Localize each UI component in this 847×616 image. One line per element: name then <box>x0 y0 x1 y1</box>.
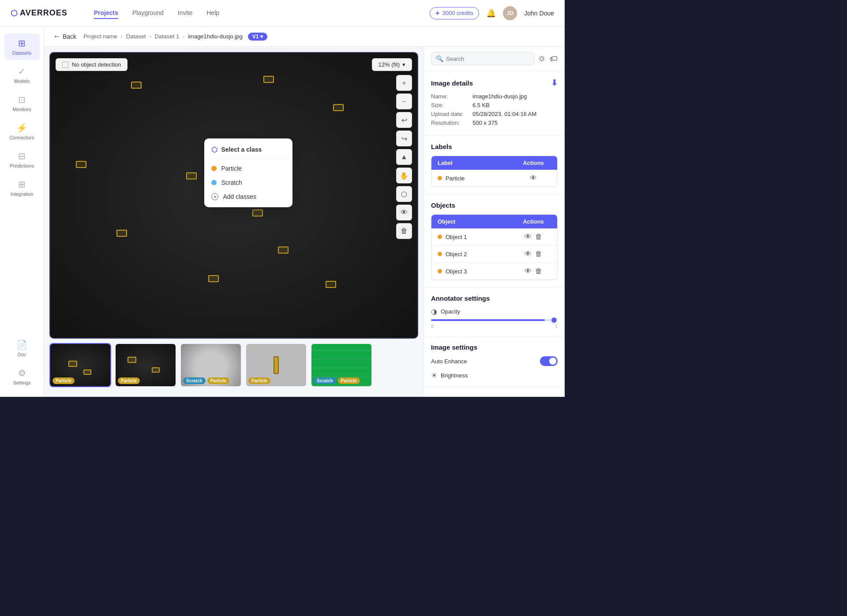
delete-icon[interactable]: 🗑 <box>535 250 542 258</box>
version-badge[interactable]: V1 ▾ <box>248 33 268 41</box>
redo-button[interactable]: ↪ <box>396 131 412 146</box>
slider-thumb[interactable] <box>551 317 558 324</box>
slider-track <box>431 319 558 321</box>
nav-playground[interactable]: Playground <box>132 7 164 19</box>
sidebar-item-connectors[interactable]: ⚡ Connectors <box>4 118 40 145</box>
sidebar-label-settings: Settings <box>13 380 31 385</box>
zoom-label: 12% (fit) <box>379 61 400 68</box>
image-details-section: Image details ⬇ Name: image1hdiu-dusjo.j… <box>424 71 565 136</box>
context-menu-add-classes[interactable]: + Add classes <box>204 190 292 204</box>
canvas-top-bar: No object detection 12% (fit) ▾ <box>56 58 412 71</box>
no-detection-button[interactable]: No object detection <box>56 58 127 71</box>
detail-resolution: Resolution: 500 x 375 <box>431 119 558 126</box>
select-tool-button[interactable]: ▲ <box>396 149 412 165</box>
thumbnail-4[interactable]: Particle <box>245 343 307 387</box>
breadcrumb-image[interactable]: image1hdiu-dusjo.jpg <box>188 33 243 40</box>
particle-dot <box>438 176 442 180</box>
thumbnail-2[interactable]: Particle <box>115 343 176 387</box>
breadcrumb-sep-2: › <box>150 34 151 40</box>
settings-icon: ⚙ <box>18 368 26 378</box>
context-menu-scratch[interactable]: Scratch <box>204 175 292 190</box>
thumb-annotation <box>68 361 77 367</box>
sidebar-item-integration[interactable]: ⊞ Integration <box>4 175 40 201</box>
nav-projects[interactable]: Projects <box>94 7 118 19</box>
canvas-container[interactable]: No object detection 12% (fit) ▾ ＋ － <box>49 52 418 339</box>
tag-particle: Particle <box>118 377 140 384</box>
tag-particle: Particle <box>338 377 360 384</box>
object-3-dot <box>438 269 442 273</box>
slider-labels: 0 1 <box>431 324 558 329</box>
thumbnail-5[interactable]: Scratch Particle <box>311 343 372 387</box>
search-input[interactable] <box>446 56 530 62</box>
sidebar-item-models[interactable]: ✓ Models <box>4 62 40 88</box>
username-label: John Doue <box>524 10 554 17</box>
thumbnail-1[interactable]: Particle <box>49 343 111 387</box>
delete-icon[interactable]: 🗑 <box>535 233 542 241</box>
label-particle-name: Particle <box>446 175 516 182</box>
object-row-1: Object 1 👁 🗑 <box>431 228 557 246</box>
breadcrumb-project[interactable]: Project name <box>83 33 117 40</box>
thumb-annotation <box>152 367 160 373</box>
thumb-annotation <box>127 357 136 363</box>
visibility-tool-button[interactable]: 👁 <box>396 205 412 220</box>
objects-title: Objects <box>431 202 558 209</box>
thumbnails-row: Particle Particle <box>49 343 418 392</box>
delete-tool-button[interactable]: 🗑 <box>396 223 412 239</box>
breadcrumb-dataset1[interactable]: Dataset 1 <box>155 33 180 40</box>
search-bar[interactable]: 🔍 <box>431 52 535 65</box>
objects-table: Object Actions Object 1 👁 🗑 <box>431 214 558 280</box>
pan-tool-button[interactable]: ✋ <box>396 168 412 183</box>
nav-invite[interactable]: Invite <box>178 7 192 19</box>
undo-button[interactable]: ↩ <box>396 112 412 128</box>
sidebar-item-settings[interactable]: ⚙ Settings <box>4 363 40 390</box>
logo: ⬡ AVERROES <box>11 8 67 18</box>
version-label: V1 <box>252 34 259 40</box>
nav-help[interactable]: Help <box>206 7 219 19</box>
sidebar-item-doc[interactable]: 📄 Doc <box>4 335 40 362</box>
breadcrumb-dataset[interactable]: Dataset <box>126 33 146 40</box>
zoom-button[interactable]: 12% (fit) ▾ <box>372 58 412 71</box>
workspace: No object detection 12% (fit) ▾ ＋ － <box>44 47 565 397</box>
zoom-in-button[interactable]: ＋ <box>396 75 412 91</box>
credits-badge[interactable]: + 3000 credits <box>430 7 479 19</box>
image-details-title: Image details ⬇ <box>431 78 558 88</box>
toggle-thumb <box>549 358 556 365</box>
objects-header-actions: Actions <box>516 218 551 225</box>
auto-enhance-toggle[interactable] <box>540 356 558 366</box>
eye-icon[interactable]: 👁 <box>525 267 532 275</box>
opacity-row: ◑ Opacity <box>431 307 558 316</box>
opacity-slider[interactable] <box>431 319 558 321</box>
content-area: ← Back Project name › Dataset › Dataset … <box>44 26 565 397</box>
label-tag-icon[interactable]: 🏷 <box>550 54 558 63</box>
particle-annotation <box>333 104 344 111</box>
sidebar-item-predictions[interactable]: ⊟ Predictions <box>4 146 40 173</box>
class-select-menu: ⬡ Select a class Particle Scratch + <box>204 138 292 207</box>
notification-bell-icon[interactable]: 🔔 <box>486 8 496 18</box>
scratch-label: Scratch <box>221 179 242 186</box>
particle-annotation <box>252 209 263 217</box>
eye-icon[interactable]: 👁 <box>530 174 537 182</box>
eye-icon[interactable]: 👁 <box>525 250 532 258</box>
sidebar-item-monitors[interactable]: ⊡ Monitors <box>4 90 40 116</box>
brightness-row: ☀ Brightness <box>431 371 558 380</box>
labels-title: Labels <box>431 143 558 150</box>
eye-icon[interactable]: 👁 <box>525 233 532 241</box>
filter-icon[interactable]: ⛭ <box>538 54 546 63</box>
slider-fill <box>431 319 545 321</box>
object-1-actions: 👁 🗑 <box>516 233 551 241</box>
thumbnail-3[interactable]: Scratch Particle <box>180 343 242 387</box>
image-settings-section: Image settings Auto Enhance ☀ Brightness <box>424 336 565 387</box>
models-icon: ✓ <box>18 66 26 77</box>
download-icon[interactable]: ⬇ <box>551 78 558 88</box>
back-button[interactable]: ← Back <box>53 32 76 41</box>
sidebar-item-datasets[interactable]: ⊞ Datasets <box>4 34 40 60</box>
zoom-out-button[interactable]: － <box>396 93 412 109</box>
particle-annotation <box>186 172 197 179</box>
polygon-tool-button[interactable]: ⬡ <box>396 186 412 202</box>
context-menu-icon: ⬡ <box>211 146 217 154</box>
context-menu-particle[interactable]: Particle <box>204 161 292 175</box>
detail-upload: Upload date: 05/28/2023, 01:04:16 AM <box>431 111 558 117</box>
slider-min: 0 <box>431 324 434 329</box>
delete-icon[interactable]: 🗑 <box>535 267 542 275</box>
avatar: JD <box>503 6 517 20</box>
